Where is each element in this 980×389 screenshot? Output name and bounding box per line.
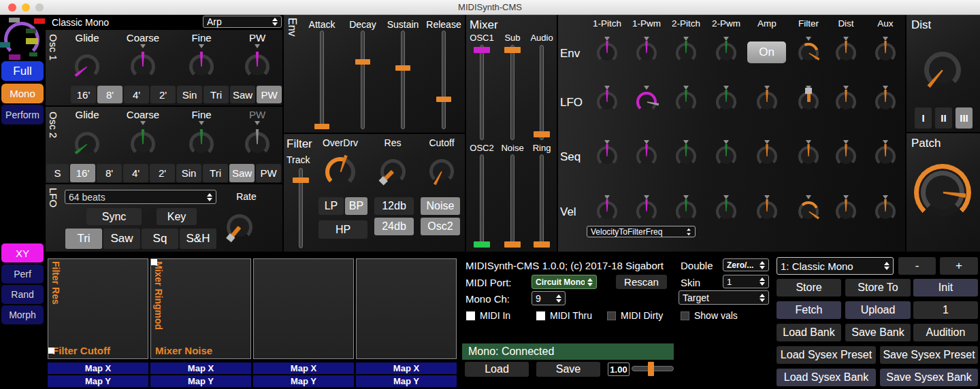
store-to-button[interactable]: Store To bbox=[845, 279, 911, 297]
save-bank-button[interactable]: Save Bank bbox=[845, 324, 911, 341]
patch-knob[interactable] bbox=[914, 164, 971, 221]
fetch-button[interactable]: Fetch bbox=[777, 301, 841, 319]
save-button[interactable]: Save bbox=[536, 362, 600, 377]
osc2-tri-button[interactable]: Tri bbox=[203, 164, 228, 182]
env-amp-on-button[interactable]: On bbox=[747, 41, 786, 63]
lfo-key-button[interactable]: Key bbox=[157, 208, 197, 225]
mixer-audio-slider-handle[interactable] bbox=[534, 131, 550, 137]
lfo-rate-knob[interactable] bbox=[227, 214, 252, 240]
mod-vel-dist-knob[interactable] bbox=[836, 201, 856, 222]
osc2-fine-knob[interactable] bbox=[189, 132, 214, 156]
checkbox-box-icon[interactable] bbox=[681, 311, 689, 320]
mod-vel-aux-knob[interactable] bbox=[875, 201, 896, 222]
1-button[interactable]: 1 bbox=[913, 301, 978, 319]
morph-slider-handle[interactable] bbox=[648, 362, 654, 376]
mod-seq-amp-knob[interactable] bbox=[757, 146, 777, 167]
mod-seq-1-pitch-knob[interactable] bbox=[597, 146, 617, 167]
osc2-8-button[interactable]: 8' bbox=[97, 164, 122, 182]
mod-lfo-aux-knob[interactable] bbox=[875, 92, 896, 112]
mod-seq-dist-knob[interactable] bbox=[836, 146, 856, 167]
mod-seq-2-pitch-knob[interactable] bbox=[676, 146, 696, 167]
osc1-2-button[interactable]: 2' bbox=[150, 86, 176, 103]
mod-lfo-2-pwm-knob[interactable] bbox=[716, 92, 736, 112]
osc2-sin-button[interactable]: Sin bbox=[176, 164, 201, 182]
mod-seq-1-pwm-knob[interactable] bbox=[636, 146, 657, 167]
view-rand-button[interactable]: Rand bbox=[1, 285, 44, 304]
mod-seq-filter-knob[interactable] bbox=[798, 146, 819, 167]
mod-lfo-1-pwm-knob[interactable] bbox=[636, 92, 657, 112]
checkbox-box-icon[interactable] bbox=[466, 311, 475, 320]
osc1-coarse-knob[interactable] bbox=[131, 54, 155, 79]
env-sustain-slider-track[interactable] bbox=[401, 31, 405, 129]
mod-vel-amp-knob[interactable] bbox=[757, 201, 777, 222]
map-y-button[interactable]: Map Y bbox=[253, 375, 354, 387]
load-bank-button[interactable]: Load Bank bbox=[777, 324, 841, 341]
vel-mapping-dropdown[interactable]: VelocityToFilterFreq bbox=[587, 226, 696, 237]
preset-minus-button[interactable]: - bbox=[898, 257, 936, 275]
view-xy-button[interactable]: XY bbox=[1, 243, 44, 263]
mod-vel-1-pitch-knob[interactable] bbox=[597, 201, 617, 222]
osc1-pw-knob[interactable] bbox=[245, 54, 270, 79]
lfo-wave-tri-button[interactable]: Tri bbox=[65, 229, 102, 249]
filter-osc2-button[interactable]: Osc2 bbox=[421, 218, 460, 235]
osc2-pw-button[interactable]: PW bbox=[256, 164, 281, 182]
osc1-pw-button[interactable]: PW bbox=[257, 86, 282, 103]
filter-12db-button[interactable]: 12db bbox=[374, 197, 414, 215]
map-x-button[interactable]: Map X bbox=[356, 362, 457, 374]
env-sustain-slider-handle[interactable] bbox=[395, 65, 410, 71]
mod-lfo-amp-knob[interactable] bbox=[757, 92, 777, 112]
filter-cutoff-knob[interactable] bbox=[429, 159, 454, 184]
osc1-16-button[interactable]: 16' bbox=[71, 86, 96, 103]
mod-lfo-2-pitch-knob[interactable] bbox=[676, 92, 696, 112]
osc2-2-button[interactable]: 2' bbox=[150, 164, 175, 182]
checkbox-midi-in[interactable]: MIDI In bbox=[466, 310, 510, 321]
env-release-slider-handle[interactable] bbox=[436, 97, 451, 102]
view-perform-button[interactable]: Perform bbox=[1, 105, 44, 124]
mod-lfo-1-pitch-knob[interactable] bbox=[597, 92, 617, 112]
lfo-wave-sq-button[interactable]: Sq bbox=[142, 229, 178, 249]
mixer-sub-slider-handle[interactable] bbox=[504, 47, 521, 53]
filter-overdrv-knob[interactable] bbox=[325, 157, 355, 187]
rescan-button[interactable]: Rescan bbox=[616, 275, 667, 289]
mod-env-2-pitch-knob[interactable] bbox=[676, 43, 696, 63]
mixer-osc1-slider-handle[interactable] bbox=[474, 47, 490, 53]
osc2-pw-knob[interactable] bbox=[245, 132, 270, 156]
map-y-button[interactable]: Map Y bbox=[48, 375, 148, 387]
xy-pad-marker[interactable] bbox=[48, 348, 54, 354]
xy-pad[interactable] bbox=[253, 258, 354, 359]
osc2-coarse-knob[interactable] bbox=[131, 132, 155, 156]
dist-ii-button[interactable]: II bbox=[935, 107, 952, 129]
mixer-noise-slider-track[interactable] bbox=[510, 154, 514, 248]
filter-bp-button[interactable]: BP bbox=[345, 197, 368, 215]
save-sysex-preset-button[interactable]: Save Sysex Preset bbox=[880, 346, 978, 364]
mixer-noise-slider-handle[interactable] bbox=[504, 241, 521, 248]
dist-iii-button[interactable]: III bbox=[956, 107, 973, 129]
osc1-fine-knob[interactable] bbox=[189, 54, 214, 79]
save-sysex-bank-button[interactable]: Save Sysex Bank bbox=[880, 369, 978, 386]
mod-vel-2-pwm-knob[interactable] bbox=[716, 201, 736, 222]
osc2-saw-button[interactable]: Saw bbox=[229, 164, 255, 182]
view-morph-button[interactable]: Morph bbox=[1, 305, 44, 324]
lfo-sync-dropdown[interactable]: 64 beats bbox=[65, 190, 216, 204]
skin-dropdown[interactable]: 1 bbox=[723, 275, 769, 288]
mixer-audio-slider-track[interactable] bbox=[540, 45, 544, 140]
mod-env-dist-knob[interactable] bbox=[836, 43, 856, 63]
load-sysex-bank-button[interactable]: Load Sysex Bank bbox=[777, 369, 876, 386]
mod-vel-filter-knob[interactable] bbox=[798, 201, 819, 222]
view-mono-button[interactable]: Mono bbox=[1, 84, 44, 103]
load-button[interactable]: Load bbox=[465, 362, 529, 377]
map-x-button[interactable]: Map X bbox=[253, 362, 354, 374]
lfo-wave-s-h-button[interactable]: S&H bbox=[180, 229, 216, 249]
store-button[interactable]: Store bbox=[777, 279, 841, 297]
mod-vel-2-pitch-knob[interactable] bbox=[676, 201, 696, 222]
osc2-4-button[interactable]: 4' bbox=[123, 164, 148, 182]
osc1-glide-knob[interactable] bbox=[75, 54, 99, 79]
mod-seq-aux-knob[interactable] bbox=[875, 146, 896, 167]
osc1-8-button[interactable]: 8' bbox=[97, 86, 122, 103]
env-attack-slider-track[interactable] bbox=[320, 31, 324, 129]
load-sysex-preset-button[interactable]: Load Sysex Preset bbox=[777, 346, 876, 364]
lfo-sync-button[interactable]: Sync bbox=[86, 208, 142, 225]
mixer-osc2-slider-track[interactable] bbox=[480, 154, 484, 248]
upload-button[interactable]: Upload bbox=[845, 301, 911, 319]
checkbox-midi-thru[interactable]: MIDI Thru bbox=[536, 310, 592, 321]
